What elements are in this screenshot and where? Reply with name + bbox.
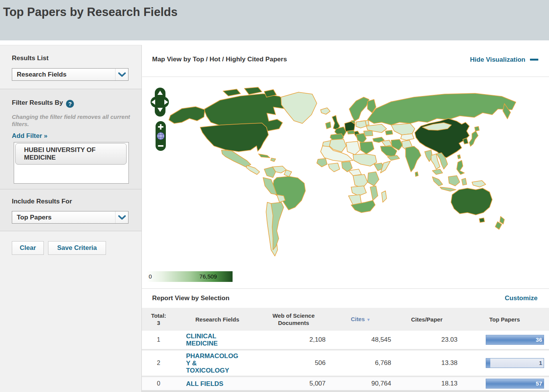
map-region-cameroon-car[interactable] [348, 169, 361, 176]
include-label: Include Results For [12, 198, 72, 205]
map-region-alaska[interactable] [169, 107, 205, 123]
top-papers-bar: 57 [486, 379, 544, 389]
map-region-new-guinea[interactable] [472, 181, 486, 187]
map-region-korea[interactable] [463, 138, 468, 144]
map-region-libya[interactable] [346, 141, 360, 155]
map-region-guyanas[interactable] [284, 170, 292, 177]
include-value: Top Papers [17, 214, 51, 221]
map-zoom-control[interactable] [156, 121, 166, 151]
results-list-label: Results List [12, 54, 48, 62]
field-link[interactable]: CLINICAL MEDICINE [186, 333, 240, 347]
map-region-senegal-guinea[interactable] [317, 158, 327, 167]
cites-per-paper-value: 18.13 [393, 380, 460, 387]
map-region-india[interactable] [406, 146, 421, 172]
chevron-down-icon [115, 69, 128, 80]
filter-chip[interactable]: HUBEI UNIVERSITY OF MEDICINE [15, 143, 127, 165]
map-region-caucasus[interactable] [385, 130, 393, 135]
map-region-malaysia[interactable] [432, 169, 443, 174]
map-region-mozambique[interactable] [370, 186, 378, 200]
map-region-indonesia[interactable] [448, 176, 460, 186]
map-region-syria-iraq[interactable] [382, 140, 392, 146]
zoom-out-icon[interactable] [158, 145, 164, 147]
map-region-hispaniola[interactable] [271, 158, 276, 162]
column-header-research-fields[interactable]: Research Fields [175, 316, 259, 323]
map-region-madagascar[interactable] [382, 191, 387, 202]
field-link[interactable]: PHARMACOLOGY & TOXICOLOGY [186, 352, 240, 374]
sort-descending-icon: ▼ [366, 317, 371, 322]
report-title: Report View by Selection [152, 294, 230, 302]
page-header: Top Papers by Research Fields [0, 0, 549, 40]
actions-section: Clear Save Criteria [0, 231, 141, 392]
documents-value: 506 [259, 359, 328, 367]
map-region-mexico[interactable] [222, 150, 251, 167]
column-header-documents[interactable]: Web of Science Documents [259, 312, 328, 326]
report-section: Report View by Selection Customize Total… [142, 288, 549, 289]
map-region-poland[interactable] [356, 121, 366, 128]
map-region-sri-lanka[interactable] [415, 172, 418, 176]
hide-visualization-link[interactable]: Hide Visualization [470, 56, 538, 64]
results-list-dropdown[interactable]: Research Fields [12, 68, 128, 81]
map-region-argentina[interactable] [271, 202, 284, 250]
save-criteria-button[interactable]: Save Criteria [48, 241, 106, 255]
map-legend: 0 76,509 [147, 271, 233, 282]
customize-link[interactable]: Customize [505, 294, 538, 302]
map-region-kazakhstan[interactable] [391, 123, 415, 135]
top-papers-bar: 1 [486, 358, 544, 368]
add-filter-link[interactable]: Add Filter » [12, 132, 48, 140]
map-region-indonesia[interactable] [462, 178, 467, 185]
help-icon[interactable]: ? [66, 100, 74, 108]
column-header-cites-per-paper[interactable]: Cites/Paper [393, 316, 460, 323]
map-region-indonesia[interactable] [440, 187, 456, 191]
map-region-norway-sweden[interactable] [349, 97, 369, 121]
clear-button[interactable]: Clear [12, 241, 44, 255]
map-region-chad-sudan[interactable] [353, 154, 377, 166]
map-region-usa[interactable] [200, 123, 268, 152]
map-region-yemen-oman[interactable] [387, 155, 400, 160]
map-region-romania[interactable] [364, 131, 373, 136]
map-region-tasmania[interactable] [479, 218, 485, 222]
map-region-angola-zambia[interactable] [351, 186, 366, 196]
column-header-top-papers[interactable]: Top Papers [460, 316, 549, 323]
filter-label: Filter Results By [12, 99, 63, 106]
table-row: 2 PHARMACOLOGY & TOXICOLOGY 506 6,768 13… [142, 349, 549, 376]
map-region-philippines[interactable] [457, 160, 464, 174]
top-papers-value: 57 [536, 379, 542, 388]
map-pan-control[interactable] [151, 88, 169, 117]
map-region-cuba[interactable] [258, 154, 270, 158]
map-region-austria[interactable] [347, 130, 355, 134]
globe-icon[interactable] [157, 133, 164, 140]
map-region-ivory-ghana[interactable] [328, 163, 340, 172]
map-region-australia[interactable] [451, 188, 492, 215]
map-region-greenland[interactable] [281, 92, 317, 123]
sidebar: Results List Research Fields Filter Resu… [0, 45, 142, 392]
map-region-russia[interactable] [368, 93, 516, 125]
map-region-kenya-tanzania[interactable] [368, 172, 379, 186]
map-region-ireland[interactable] [326, 122, 331, 129]
results-list-section: Results List Research Fields [0, 45, 141, 89]
map-region-central-asia[interactable] [401, 134, 414, 140]
documents-value: 2,108 [259, 336, 328, 344]
field-link[interactable]: ALL FIELDS [186, 380, 240, 387]
map-region-japan[interactable] [469, 131, 478, 146]
map-region-egypt[interactable] [360, 142, 374, 154]
column-header-cites[interactable]: Cites ▼ [328, 315, 393, 323]
map-region-indonesia[interactable] [432, 177, 443, 186]
map-region-central-america[interactable] [246, 165, 260, 174]
cites-value: 6,768 [328, 359, 393, 367]
map-region-japan[interactable] [475, 126, 479, 131]
map-region-mongolia[interactable] [422, 123, 451, 130]
map-region-arctic[interactable] [244, 87, 262, 94]
map-region-new-zealand[interactable] [495, 222, 502, 229]
map-region-arctic[interactable] [223, 89, 241, 96]
top-papers-value: 1 [539, 358, 542, 368]
include-dropdown[interactable]: Top Papers [12, 211, 128, 224]
bar-fill [486, 379, 544, 388]
map-region-taiwan[interactable] [458, 155, 461, 159]
table-body: 1 CLINICAL MEDICINE 2,108 48,545 23.03 3… [142, 331, 549, 390]
map-region-uk[interactable] [332, 115, 340, 130]
map-region-iceland[interactable] [321, 108, 330, 114]
table-row: 1 CLINICAL MEDICINE 2,108 48,545 23.03 3… [142, 331, 549, 349]
map-region-new-zealand[interactable] [500, 216, 504, 224]
table-row: 0 ALL FIELDS 5,007 90,764 18.13 57 [142, 376, 549, 390]
include-section: Include Results For Top Papers [0, 189, 141, 231]
